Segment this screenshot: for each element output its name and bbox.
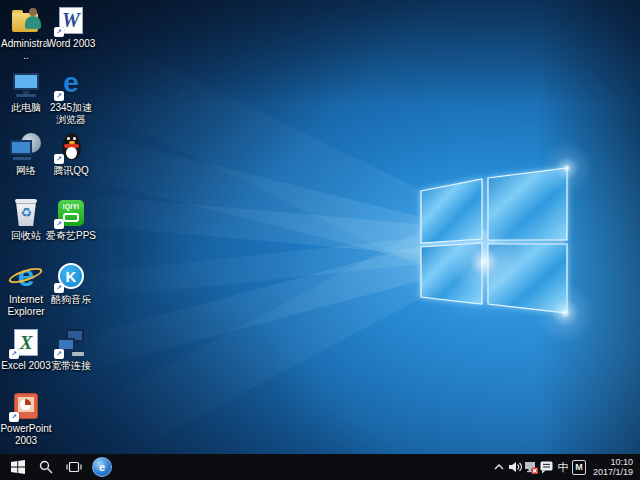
qq-penguin-icon: ↗ — [55, 133, 87, 163]
clock-date: 2017/1/19 — [593, 467, 633, 477]
browser-e-icon: e ↗ — [55, 70, 87, 100]
desktop-icon-2345-browser[interactable]: e ↗ 2345加速浏览器 — [45, 70, 97, 126]
start-button[interactable] — [4, 454, 32, 480]
icon-label: PowerPoint 2003 — [0, 423, 52, 447]
task-view-button[interactable] — [60, 454, 88, 480]
excel-icon: X ↗ — [10, 328, 42, 358]
desktop-icon-kugou-music[interactable]: K ↗ 酷狗音乐 — [45, 262, 97, 306]
message-bubble-icon — [540, 461, 553, 474]
shortcut-arrow-icon: ↗ — [9, 412, 19, 422]
light-beam — [0, 106, 500, 279]
desktop-icon-tencent-qq[interactable]: ↗ 腾讯QQ — [45, 133, 97, 177]
clock-time: 10:10 — [610, 457, 633, 467]
task-view-icon — [66, 460, 82, 474]
icon-label: 腾讯QQ — [53, 165, 89, 177]
ime-chinese-label: 中 — [557, 461, 568, 473]
ime-mode-indicator[interactable]: M — [572, 456, 586, 478]
kugou-icon: K ↗ — [55, 262, 87, 292]
recycle-symbol: ♻ — [10, 205, 42, 220]
ime-mode-label: M — [572, 460, 586, 475]
icon-label: Word 2003 — [47, 38, 96, 50]
icon-label: 宽带连接 — [51, 360, 91, 372]
shortcut-arrow-icon: ↗ — [54, 283, 64, 293]
taskbar-clock[interactable]: 10:10 2017/1/19 — [588, 457, 636, 477]
network-status-button[interactable] — [524, 456, 538, 478]
shortcut-arrow-icon: ↗ — [54, 349, 64, 359]
windows-desktop: Administra... 此电脑 网络 ♻ 回收站 e Internet Ex… — [0, 0, 640, 480]
recycle-bin-icon: ♻ — [10, 198, 42, 228]
pinned-browser-button[interactable]: e — [88, 454, 116, 480]
broadband-connection-icon: ↗ — [55, 328, 87, 358]
search-button[interactable] — [32, 454, 60, 480]
desktop-icon-iqiyi-pps[interactable]: iQIYI ↗ 爱奇艺PPS — [45, 198, 97, 242]
icon-label: 2345加速浏览器 — [45, 102, 97, 126]
word-icon: W ↗ — [55, 6, 87, 36]
volume-button[interactable] — [508, 456, 522, 478]
computer-icon — [10, 70, 42, 100]
internet-explorer-icon: e — [10, 262, 42, 292]
network-icon — [10, 133, 42, 163]
action-center-button[interactable] — [540, 456, 554, 478]
speaker-icon — [508, 461, 522, 473]
desktop-icon-broadband[interactable]: ↗ 宽带连接 — [45, 328, 97, 372]
icon-label: 酷狗音乐 — [51, 294, 91, 306]
light-beam — [0, 227, 499, 400]
chevron-up-icon — [494, 463, 504, 471]
user-folder-icon — [10, 6, 42, 36]
icon-label: 网络 — [16, 165, 36, 177]
browser-e-icon: e — [92, 457, 112, 477]
icon-label: 爱奇艺PPS — [46, 230, 96, 242]
shortcut-arrow-icon: ↗ — [54, 154, 64, 164]
taskbar: e — [0, 454, 640, 480]
network-disconnected-icon — [524, 461, 538, 474]
desktop-icon-word-2003[interactable]: W ↗ Word 2003 — [45, 6, 97, 50]
iqiyi-icon: iQIYI ↗ — [55, 198, 87, 228]
icon-label: 此电脑 — [11, 102, 41, 114]
icon-label: 回收站 — [11, 230, 41, 242]
search-icon — [39, 460, 53, 474]
shortcut-arrow-icon: ↗ — [54, 91, 64, 101]
powerpoint-icon: ↗ — [10, 391, 42, 421]
shortcut-arrow-icon: ↗ — [9, 349, 19, 359]
shortcut-arrow-icon: ↗ — [54, 219, 64, 229]
icon-label: Excel 2003 — [1, 360, 50, 372]
show-hidden-icons-button[interactable] — [492, 456, 506, 478]
ime-language-indicator[interactable]: 中 — [556, 456, 570, 478]
shortcut-arrow-icon: ↗ — [54, 27, 64, 37]
system-tray: 中 M 10:10 2017/1/19 — [492, 456, 640, 478]
windows-logo-icon — [11, 460, 25, 474]
desktop-icon-powerpoint-2003[interactable]: ↗ PowerPoint 2003 — [0, 391, 52, 447]
